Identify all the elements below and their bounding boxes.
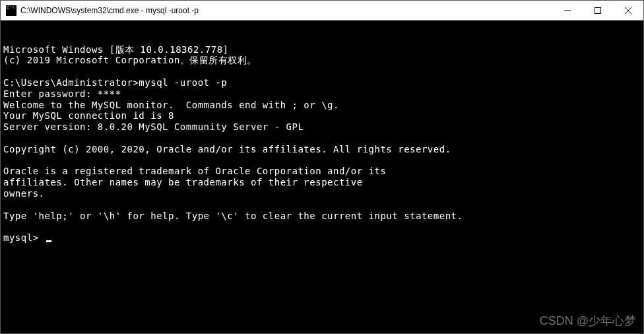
terminal-line: affiliates. Other names may be trademark… bbox=[3, 177, 641, 188]
svg-rect-1 bbox=[595, 7, 601, 13]
terminal-line: Copyright (c) 2000, 2020, Oracle and/or … bbox=[3, 144, 641, 155]
close-button[interactable] bbox=[613, 1, 643, 20]
terminal-line bbox=[3, 199, 641, 211]
terminal-line bbox=[3, 66, 641, 77]
terminal-line: Welcome to the MySQL monitor. Commands e… bbox=[3, 100, 641, 111]
terminal-line bbox=[3, 155, 641, 166]
maximize-button[interactable] bbox=[583, 1, 613, 20]
terminal-line: owners. bbox=[3, 188, 641, 199]
terminal-line: C:\Users\Administrator>mysql -uroot -p bbox=[3, 77, 641, 88]
terminal-line: (c) 2019 Microsoft Corporation。保留所有权利。 bbox=[3, 55, 641, 66]
minimize-icon bbox=[564, 7, 571, 14]
terminal-line: Type 'help;' or '\h' for help. Type '\c'… bbox=[3, 211, 641, 222]
terminal-line: Enter password: **** bbox=[3, 88, 641, 100]
window-title: C:\WINDOWS\system32\cmd.exe - mysql -uro… bbox=[20, 6, 552, 15]
mysql-prompt: mysql> bbox=[3, 232, 45, 243]
window-controls bbox=[552, 1, 643, 20]
terminal-line: Microsoft Windows [版本 10.0.18362.778] bbox=[3, 44, 641, 55]
minimize-button[interactable] bbox=[552, 1, 583, 20]
terminal-line: Oracle is a registered trademark of Orac… bbox=[3, 166, 641, 177]
terminal-line: Your MySQL connection id is 8 bbox=[3, 110, 641, 121]
terminal-line bbox=[3, 221, 641, 232]
terminal-line bbox=[3, 133, 641, 144]
maximize-icon bbox=[595, 7, 601, 14]
terminal-line: Server version: 8.0.20 MySQL Community S… bbox=[3, 121, 641, 133]
close-icon bbox=[625, 7, 631, 14]
titlebar[interactable]: C:\WINDOWS\system32\cmd.exe - mysql -uro… bbox=[1, 1, 643, 20]
terminal-output[interactable]: Microsoft Windows [版本 10.0.18362.778](c)… bbox=[1, 20, 643, 333]
cmd-window: C:\WINDOWS\system32\cmd.exe - mysql -uro… bbox=[0, 0, 644, 334]
cursor bbox=[46, 240, 51, 242]
cmd-icon bbox=[6, 5, 16, 16]
